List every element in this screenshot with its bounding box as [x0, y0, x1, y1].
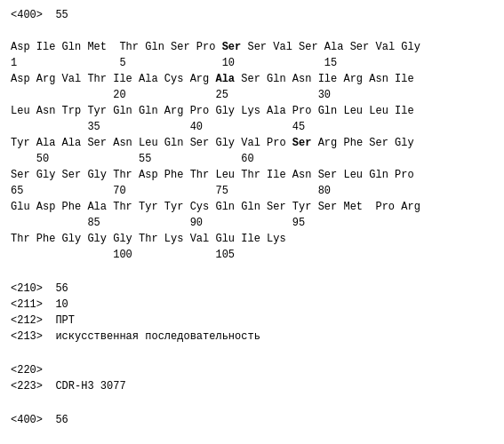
- section-meta-56-text: <210> 56 <211> 10 <212> ПРТ <213> искусс…: [11, 281, 493, 345]
- section-400-55-text: <400> 55 Asp Ile Gln Met Thr Gln Ser Pro…: [11, 7, 493, 263]
- section-400-56-text: <400> 56 Ser Gly Leu Ile Ala Val Tyr Phe…: [11, 412, 493, 444]
- section-400-56: <400> 56 Ser Gly Leu Ile Ala Val Tyr Phe…: [11, 412, 493, 444]
- spacer-2: [11, 353, 493, 362]
- section-220-text: <220> <223> CDR-H3 3077: [11, 362, 493, 394]
- section-400-55: <400> 55 Asp Ile Gln Met Thr Gln Ser Pro…: [11, 7, 493, 263]
- spacer-3: [11, 403, 493, 412]
- page-content: <400> 55 Asp Ile Gln Met Thr Gln Ser Pro…: [11, 7, 493, 444]
- spacer-1: [11, 272, 493, 281]
- section-220: <220> <223> CDR-H3 3077: [11, 362, 493, 394]
- section-meta-56: <210> 56 <211> 10 <212> ПРТ <213> искусс…: [11, 281, 493, 345]
